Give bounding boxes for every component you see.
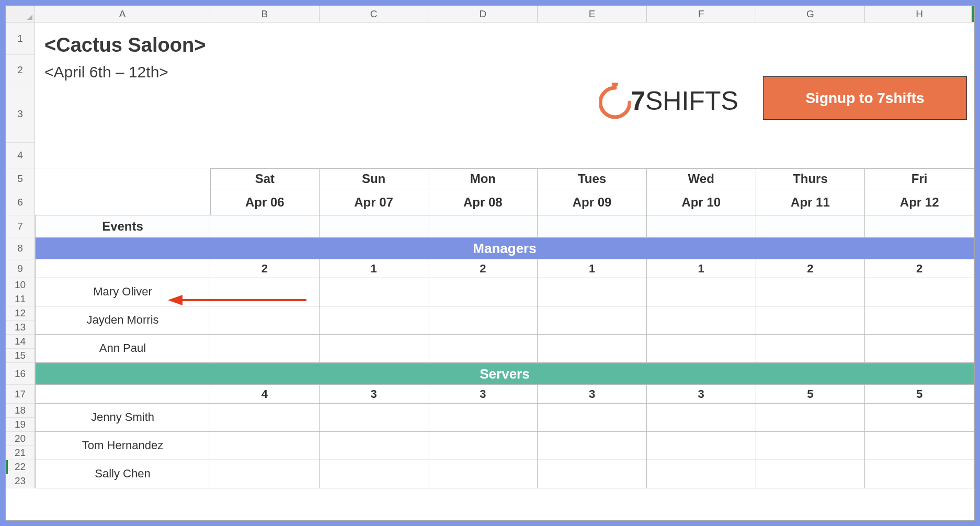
shift-cell[interactable] <box>428 432 538 446</box>
shift-cell[interactable] <box>647 349 756 363</box>
row-header-10[interactable]: 10 <box>6 278 35 292</box>
shift-cell[interactable] <box>647 446 756 460</box>
event-cell[interactable] <box>320 215 429 237</box>
shift-cell[interactable] <box>647 404 756 418</box>
row-header-13[interactable]: 13 <box>6 321 35 335</box>
signup-button[interactable]: Signup to 7shifts <box>763 76 967 120</box>
shift-cell[interactable] <box>320 418 429 432</box>
shift-cell[interactable] <box>647 432 756 446</box>
col-header-E[interactable]: E <box>538 6 647 22</box>
shift-cell[interactable] <box>538 474 647 488</box>
shift-cell[interactable] <box>756 292 865 306</box>
shift-cell[interactable] <box>756 335 865 349</box>
shift-cell[interactable] <box>210 306 320 321</box>
row-header-8[interactable]: 8 <box>6 237 35 259</box>
shift-cell[interactable] <box>865 306 974 321</box>
server-count[interactable]: 5 <box>756 385 865 404</box>
day-label[interactable]: Tues <box>538 168 647 189</box>
row-header-11[interactable]: 11 <box>6 292 35 306</box>
shift-cell[interactable] <box>428 460 538 474</box>
row-header-15[interactable]: 15 <box>6 349 35 363</box>
shift-cell[interactable] <box>428 446 538 460</box>
shift-cell[interactable] <box>210 418 320 432</box>
shift-cell[interactable] <box>756 321 865 335</box>
shift-cell[interactable] <box>320 474 429 488</box>
shift-cell[interactable] <box>538 292 647 306</box>
row-header-9[interactable]: 9 <box>6 259 35 278</box>
blank-cell[interactable] <box>35 259 210 278</box>
blank-cell[interactable] <box>35 189 210 215</box>
day-label[interactable]: Fri <box>865 168 974 189</box>
shift-cell[interactable] <box>320 292 429 306</box>
shift-cell[interactable] <box>756 460 865 474</box>
shift-cell[interactable] <box>538 349 647 363</box>
shift-cell[interactable] <box>865 418 974 432</box>
shift-cell[interactable] <box>865 460 974 474</box>
date-label[interactable]: Apr 11 <box>756 189 865 215</box>
col-header-A[interactable]: A <box>35 6 210 22</box>
row-header-21[interactable]: 21 <box>6 446 35 460</box>
shift-cell[interactable] <box>756 446 865 460</box>
shift-cell[interactable] <box>320 432 429 446</box>
shift-cell[interactable] <box>647 335 756 349</box>
manager-count[interactable]: 1 <box>320 259 429 278</box>
row-header-19[interactable]: 19 <box>6 418 35 432</box>
col-header-D[interactable]: D <box>428 6 538 22</box>
shift-cell[interactable] <box>647 474 756 488</box>
shift-cell[interactable] <box>865 404 974 418</box>
shift-cell[interactable] <box>210 474 320 488</box>
event-cell[interactable] <box>538 215 647 237</box>
shift-cell[interactable] <box>210 446 320 460</box>
shift-cell[interactable] <box>647 418 756 432</box>
shift-cell[interactable] <box>538 432 647 446</box>
shift-cell[interactable] <box>35 418 210 432</box>
shift-cell[interactable] <box>35 349 210 363</box>
shift-cell[interactable] <box>210 404 320 418</box>
shift-cell[interactable] <box>210 278 320 292</box>
shift-cell[interactable] <box>320 349 429 363</box>
manager-count[interactable]: 1 <box>538 259 647 278</box>
shift-cell[interactable] <box>865 432 974 446</box>
shift-cell[interactable] <box>756 474 865 488</box>
shift-cell[interactable] <box>538 321 647 335</box>
shift-cell[interactable] <box>35 446 210 460</box>
shift-cell[interactable] <box>428 474 538 488</box>
shift-cell[interactable] <box>538 404 647 418</box>
shift-cell[interactable] <box>756 349 865 363</box>
shift-cell[interactable] <box>320 335 429 349</box>
shift-cell[interactable] <box>428 292 538 306</box>
shift-cell[interactable] <box>428 321 538 335</box>
shift-cell[interactable] <box>865 278 974 292</box>
row-header-6[interactable]: 6 <box>6 189 35 215</box>
shift-cell[interactable] <box>538 460 647 474</box>
shift-cell[interactable] <box>538 335 647 349</box>
server-count[interactable]: 3 <box>428 385 538 404</box>
spreadsheet-grid[interactable]: A B C D E F G H 1 2 3 4 <Cactus Saloon> … <box>6 6 974 520</box>
shift-cell[interactable] <box>428 349 538 363</box>
server-count[interactable]: 3 <box>538 385 647 404</box>
day-label[interactable]: Sun <box>320 168 429 189</box>
server-count[interactable]: 3 <box>647 385 756 404</box>
row-header-18[interactable]: 18 <box>6 404 35 418</box>
manager-count[interactable]: 2 <box>428 259 538 278</box>
col-header-F[interactable]: F <box>647 6 756 22</box>
shift-cell[interactable] <box>428 278 538 292</box>
row-header-1[interactable]: 1 <box>6 22 35 55</box>
day-label[interactable]: Mon <box>428 168 538 189</box>
row-header-17[interactable]: 17 <box>6 385 35 404</box>
row-header-16[interactable]: 16 <box>6 363 35 385</box>
shift-cell[interactable] <box>210 460 320 474</box>
shift-cell[interactable] <box>647 321 756 335</box>
events-label[interactable]: Events <box>35 215 210 237</box>
shift-cell[interactable] <box>538 278 647 292</box>
shift-cell[interactable] <box>428 306 538 321</box>
shift-cell[interactable] <box>210 292 320 306</box>
event-cell[interactable] <box>756 215 865 237</box>
row-header-3[interactable]: 3 <box>6 85 35 143</box>
date-label[interactable]: Apr 08 <box>428 189 538 215</box>
shift-cell[interactable] <box>756 418 865 432</box>
shift-cell[interactable] <box>35 474 210 488</box>
shift-cell[interactable] <box>210 335 320 349</box>
shift-cell[interactable] <box>320 404 429 418</box>
shift-cell[interactable] <box>865 335 974 349</box>
